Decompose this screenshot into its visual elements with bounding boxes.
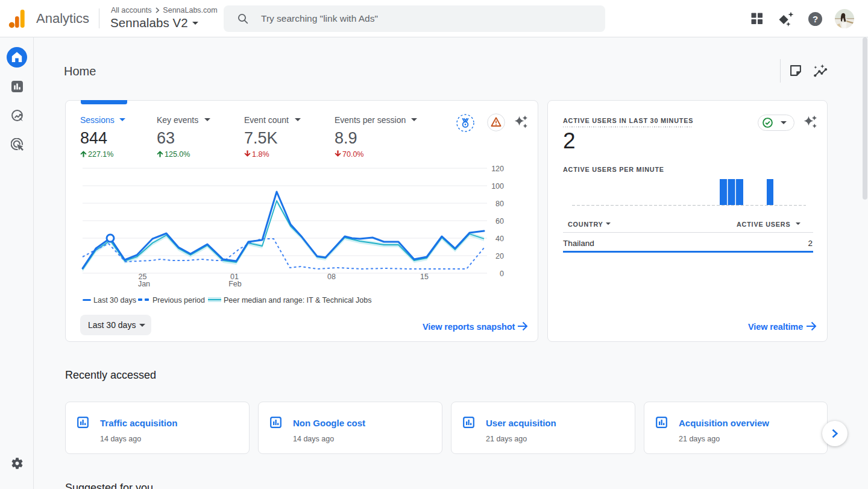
svg-text:60: 60 [495,217,504,226]
svg-text:Jan: Jan [138,280,150,288]
svg-text:Feb: Feb [228,280,242,288]
svg-text:15: 15 [420,273,429,281]
svg-text:120: 120 [491,165,504,173]
svg-text:100: 100 [491,182,504,191]
svg-text:40: 40 [495,235,504,243]
svg-text:08: 08 [327,273,336,281]
svg-text:80: 80 [495,200,504,208]
svg-text:0: 0 [500,270,504,278]
svg-text:?: ? [813,13,818,24]
svg-text:20: 20 [495,252,504,260]
